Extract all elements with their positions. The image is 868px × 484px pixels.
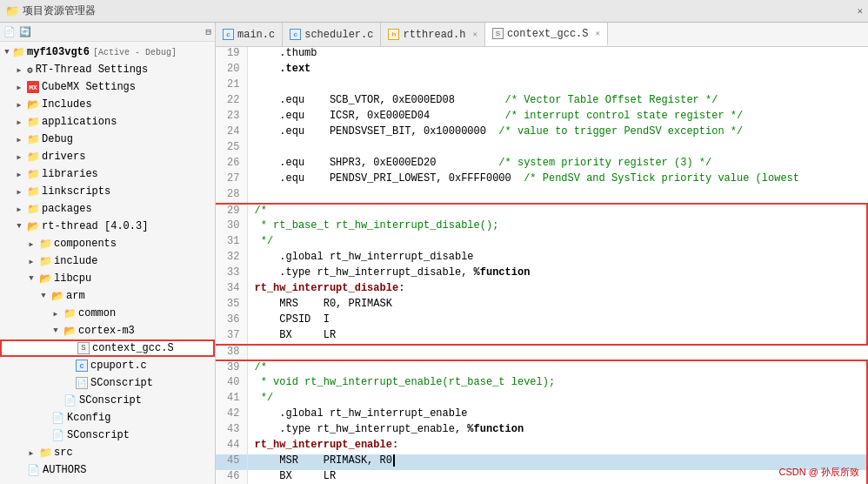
tree-item-drivers[interactable]: ▶ 📁 drivers — [0, 148, 215, 165]
tab-rtthread-h[interactable]: h rtthread.h ✕ — [381, 23, 484, 46]
sidebar-refresh-icon[interactable]: 🔄 — [19, 26, 31, 37]
cubemx-icon: MX — [27, 81, 39, 93]
folder-icon: 📁 — [12, 46, 24, 58]
tree-item-debug[interactable]: ▶ 📁 Debug — [0, 131, 215, 148]
tree-arrow: ▶ — [50, 308, 61, 319]
line-code — [247, 141, 867, 157]
tree-label: components — [54, 238, 117, 250]
project-tree: ▼ 📁 myf103vgt6 [Active - Debug] ▶ ⚙ RT-T… — [0, 42, 215, 484]
tree-item-libcpu[interactable]: ▼ 📂 libcpu — [0, 270, 215, 287]
tree-item-myf103vgt6[interactable]: ▼ 📁 myf103vgt6 [Active - Debug] — [0, 44, 215, 61]
sidebar-collapse-icon[interactable]: ⊟ — [205, 26, 211, 37]
tree-item-rt-thread-settings[interactable]: ▶ ⚙ RT-Thread Settings — [0, 61, 215, 78]
tree-arrow: ▶ — [14, 117, 24, 127]
tree-label: arm — [66, 290, 85, 302]
tree-label: include — [54, 255, 97, 267]
file-c-icon: c — [76, 360, 88, 372]
tab-context-gcc-s[interactable]: S context_gcc.S ✕ — [485, 23, 608, 46]
line-number: 30 — [216, 219, 247, 235]
table-row: 22 .equ SCB_VTOR, 0xE000ED08 /* Vector T… — [216, 94, 867, 110]
tree-item-common[interactable]: ▶ 📁 common — [0, 305, 215, 322]
tree-item-src[interactable]: ▶ 📁 src — [0, 444, 215, 461]
tree-arrow: ▶ — [14, 169, 24, 179]
table-row: 44 rt_hw_interrupt_enable: — [216, 439, 867, 454]
tree-label: context_gcc.S — [92, 342, 174, 354]
table-row: 30 * rt_base_t rt_hw_interrupt_disable()… — [216, 219, 867, 235]
folder-icon: 📂 — [63, 325, 76, 337]
table-row: 21 — [216, 78, 867, 94]
editor-tabs: c main.c c scheduler.c h rtthread.h ✕ S … — [216, 23, 868, 47]
tree-item-applications[interactable]: ▶ 📁 applications — [0, 113, 215, 131]
line-number: 43 — [216, 423, 247, 439]
tree-label: drivers — [42, 151, 85, 163]
table-row: 23 .equ ICSR, 0xE000ED04 /* interrupt co… — [216, 110, 867, 125]
tree-item-sconscript3[interactable]: ▶ 📄 SConscript — [0, 427, 215, 444]
table-row: 31 */ — [216, 235, 867, 251]
table-row: 37 BX LR — [216, 329, 867, 345]
tree-label: cpuport.c — [90, 360, 147, 372]
line-code: .type rt_hw_interrupt_enable, %function — [247, 423, 867, 439]
tree-arrow: ▼ — [14, 221, 24, 232]
line-code: * rt_base_t rt_hw_interrupt_disable(); — [247, 219, 867, 235]
tab-close[interactable]: ✕ — [596, 29, 600, 38]
folder-icon: 📁 — [39, 447, 51, 459]
code-table: 19 .thumb 20 .text 21 — [216, 47, 868, 484]
tree-item-include[interactable]: ▶ 📁 include — [0, 252, 215, 270]
close-icon[interactable]: ✕ — [857, 5, 863, 17]
tab-main-c[interactable]: c main.c — [216, 23, 283, 46]
folder-icon: 📁 — [39, 255, 51, 267]
tree-arrow: ▶ — [38, 413, 49, 423]
line-number: 34 — [216, 282, 247, 298]
line-number: 45 — [216, 454, 247, 470]
tree-item-includes[interactable]: ▶ 📂 Includes — [0, 96, 215, 113]
tree-item-cortex-m3[interactable]: ▼ 📂 cortex-m3 — [0, 322, 215, 339]
tree-arrow: ▶ — [63, 360, 73, 371]
watermark: CSDN @ 孙辰所致 — [779, 466, 859, 479]
folder-icon: 📁 — [27, 168, 39, 180]
line-code: rt_hw_interrupt_disable: — [247, 282, 867, 298]
tab-close[interactable]: ✕ — [472, 30, 477, 39]
tree-item-rt-thread[interactable]: ▼ 📂 rt-thread [4.0.3] — [0, 218, 215, 235]
tree-arrow: ▶ — [14, 151, 24, 162]
line-number: 32 — [216, 251, 247, 266]
tab-label: context_gcc.S — [507, 28, 589, 40]
tab-icon-h: h — [388, 29, 399, 40]
tab-scheduler-c[interactable]: c scheduler.c — [283, 23, 381, 46]
folder-icon: 📂 — [51, 290, 63, 302]
tree-item-libraries[interactable]: ▶ 📁 libraries — [0, 165, 215, 183]
tree-item-cpuport[interactable]: ▶ c cpuport.c — [0, 357, 215, 374]
tree-item-packages[interactable]: ▶ 📁 packages — [0, 200, 215, 218]
tree-arrow: ▶ — [26, 256, 37, 266]
project-explorer-icon: 📁 — [5, 4, 19, 18]
table-row: 26 .equ SHPR3, 0xE000ED20 /* system prio… — [216, 157, 867, 172]
tree-item-cubemx[interactable]: ▶ MX CubeMX Settings — [0, 78, 215, 96]
sidebar-new-icon[interactable]: 📄 — [3, 26, 16, 37]
tree-item-sconscript2[interactable]: ▶ 📄 SConscript — [0, 392, 215, 409]
tree-item-components[interactable]: ▶ 📁 components — [0, 235, 215, 252]
line-code: */ — [247, 392, 867, 407]
tree-label: libcpu — [54, 272, 91, 285]
tree-item-arm[interactable]: ▼ 📂 arm — [0, 287, 215, 305]
tree-arrow: ▼ — [26, 273, 37, 284]
tree-arrow: ▶ — [50, 395, 61, 406]
line-number: 39 — [216, 360, 247, 376]
tree-item-linkscripts[interactable]: ▶ 📁 linkscripts — [0, 183, 215, 200]
tree-arrow: ▶ — [14, 64, 24, 75]
tree-label: SConscript — [90, 377, 153, 389]
tree-item-kconfig[interactable]: ▶ 📄 Kconfig — [0, 409, 215, 427]
file-generic-icon: 📄 — [27, 464, 40, 477]
folder-icon: 📂 — [39, 272, 51, 285]
tree-item-authors[interactable]: ▶ 📄 AUTHORS — [0, 461, 215, 479]
line-code: .type rt_hw_interrupt_disable, %function — [247, 266, 867, 282]
line-code: .equ SHPR3, 0xE000ED20 /* system priorit… — [247, 157, 867, 172]
line-number: 27 — [216, 172, 247, 188]
file-generic-icon: 📄 — [51, 429, 64, 442]
line-number: 23 — [216, 110, 247, 125]
table-row: 33 .type rt_hw_interrupt_disable, %funct… — [216, 266, 867, 282]
line-code: BX LR — [247, 329, 867, 345]
tree-item-context-gcc-s[interactable]: ▶ S context_gcc.S — [0, 339, 215, 357]
file-generic-icon: 📄 — [51, 412, 64, 425]
tree-item-sconscript1[interactable]: ▶ 📄 SConscript — [0, 374, 215, 392]
tree-arrow: ▶ — [38, 430, 49, 440]
code-editor[interactable]: 19 .thumb 20 .text 21 — [216, 47, 868, 484]
